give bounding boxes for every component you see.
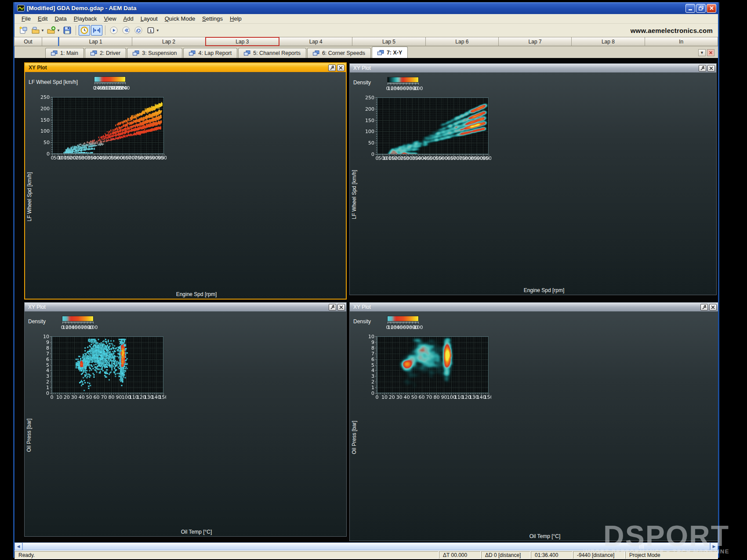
panel-title-bar[interactable]: XY Plot [25,63,346,72]
y-axis-label: LF Wheel Spd [km/h] [351,170,357,219]
x-axis-label: Engine Spd [rpm] [52,291,341,297]
tab-lap-report[interactable]: 4: Lap Report [183,48,237,58]
menu-file[interactable]: File [18,14,34,23]
xy-plot-panel-top-left: XY Plot LF Wheel Spd [km/h] LF Wheel Spd… [24,62,347,300]
properties-icon[interactable] [699,65,706,72]
scrollbar-grip [639,545,644,549]
loop-icon[interactable] [133,25,144,36]
y-axis-label: LF Wheel Spd [km/h] [26,172,33,221]
open-dropdown-icon[interactable]: ▼ [41,29,44,33]
lap-tab-blank[interactable] [42,37,59,46]
colorbar-label: Density [353,79,371,86]
skip-ends-icon[interactable] [91,25,102,36]
app-icon [17,5,25,11]
lap-tab-5[interactable]: Lap 5 [352,37,425,46]
lap-tab-2[interactable]: Lap 2 [132,37,205,46]
website-link[interactable]: www.aemelectronics.com [631,27,718,34]
screen-dropdown-icon[interactable]: ▼ [156,29,160,33]
panel-title-bar[interactable]: XY Plot [350,303,718,311]
tab-main[interactable]: 1: Main [45,48,84,58]
y-axis-label: Oil Press [bar] [351,421,357,454]
x-axis-label: Oil Temp [°C] [52,529,341,535]
xy-plot-panel-top-right: XY Plot Density LF Wheel Spd [km/h] Engi… [349,63,717,295]
panel-body: Density Oil Press [bar] Oil Temp [°C] [350,311,718,541]
colorbar [59,313,98,332]
play-icon[interactable] [108,25,120,36]
close-icon[interactable] [709,304,717,311]
lap-tab-1[interactable]: Lap 1 [59,37,132,46]
lap-tab-in[interactable]: In [645,37,718,46]
window-title: [Modified] GDA Demo.gdap - AEM Data [27,5,685,11]
properties-icon[interactable] [328,65,336,71]
menu-edit[interactable]: Edit [34,14,51,23]
close-icon[interactable] [337,304,345,311]
status-message: Ready. [15,551,439,559]
panel-title-bar[interactable]: XY Plot [350,64,716,72]
lap-tab-6[interactable]: Lap 6 [425,37,499,46]
tab-channel-reports[interactable]: 5: Channel Reports [238,48,306,58]
restore-icon[interactable] [696,4,706,13]
colorbar-label: Density [353,318,371,325]
open-icon[interactable] [30,25,41,36]
close-icon[interactable] [337,65,344,71]
menu-data[interactable]: Data [51,14,70,23]
lap-tab-3-selected[interactable]: Lap 3 [205,37,279,46]
screen-1-icon[interactable]: 1 [145,25,156,36]
xy-density-canvas[interactable] [359,95,491,161]
menu-add[interactable]: Add [120,14,137,23]
playback-position-marker [58,37,59,46]
scroll-left-icon[interactable]: ◀ [15,542,22,550]
status-bar: Ready. ΔT 00.000 ΔD 0 [distance] 01:36.4… [15,550,718,559]
lap-tab-4[interactable]: Lap 4 [279,37,352,46]
import-icon[interactable] [46,25,57,36]
status-distance: -9440 [distance] [573,551,625,559]
tab-corner-speeds[interactable]: 6: Corner Speeds [307,48,371,58]
window-title-bar[interactable]: [Modified] GDA Demo.gdap - AEM Data [15,2,718,14]
status-delta-d: ΔD 0 [distance] [481,551,530,559]
colorbar-label: Density [28,318,46,325]
panel-title-bar[interactable]: XY Plot [25,303,346,311]
scrollbar-thumb[interactable] [22,542,710,550]
clock-icon[interactable] [79,25,90,36]
close-icon[interactable] [707,4,716,13]
panel-body: Density Oil Press [bar] Oil Temp [°C] [25,311,346,536]
lap-tab-out[interactable]: Out [14,37,42,46]
rewind-icon[interactable] [120,25,132,36]
xy-plot-panel-bottom-left: XY Plot Density Oil Press [bar] Oil Temp… [24,302,347,537]
menu-help[interactable]: Help [226,14,245,23]
xy-scatter-canvas[interactable] [34,334,166,400]
save-icon[interactable] [62,25,73,36]
close-icon[interactable] [707,65,715,72]
xy-scatter-canvas[interactable] [35,95,167,161]
panel-title: XY Plot [29,65,328,71]
y-axis-label: Oil Press [bar] [26,419,32,452]
menu-quick-mode[interactable]: Quick Mode [161,14,199,23]
horizontal-scrollbar[interactable]: ◀ ▶ [15,542,718,550]
scroll-right-icon[interactable]: ▶ [710,542,718,550]
menu-layout[interactable]: Layout [137,14,161,23]
menu-settings[interactable]: Settings [199,14,226,23]
properties-icon[interactable] [329,304,336,311]
workspace-tab-strip: 1: Main 2: Driver 3: Suspension 4: Lap R… [15,46,718,58]
new-layout-icon[interactable] [18,25,29,36]
tab-driver[interactable]: 2: Driver [85,48,126,58]
colorbar [384,74,423,94]
lap-tab-7[interactable]: Lap 7 [498,37,572,46]
menu-view[interactable]: View [101,14,120,23]
tab-suspension[interactable]: 3: Suspension [127,48,182,58]
xy-plot-panel-bottom-right: XY Plot Density Oil Press [bar] Oil Temp… [349,302,718,541]
tab-close-icon[interactable]: ✕ [707,49,714,56]
tab-dropdown-icon[interactable]: ▼ [698,49,706,56]
tab-xy[interactable]: 7: X-Y [372,47,408,58]
minimize-icon[interactable] [685,4,695,13]
lap-tab-8[interactable]: Lap 8 [571,37,645,46]
toolbar-separator [76,25,76,35]
import-dropdown-icon[interactable]: ▼ [57,29,60,33]
properties-icon[interactable] [700,304,708,311]
panel-body: LF Wheel Spd [km/h] LF Wheel Spd [km/h] … [25,72,346,299]
x-axis-label: Engine Spd [rpm] [377,287,711,293]
panel-title: XY Plot [28,304,329,310]
status-time: 01:36.400 [531,551,573,559]
menu-playback[interactable]: Playback [70,14,101,23]
xy-density-canvas[interactable] [359,334,491,400]
